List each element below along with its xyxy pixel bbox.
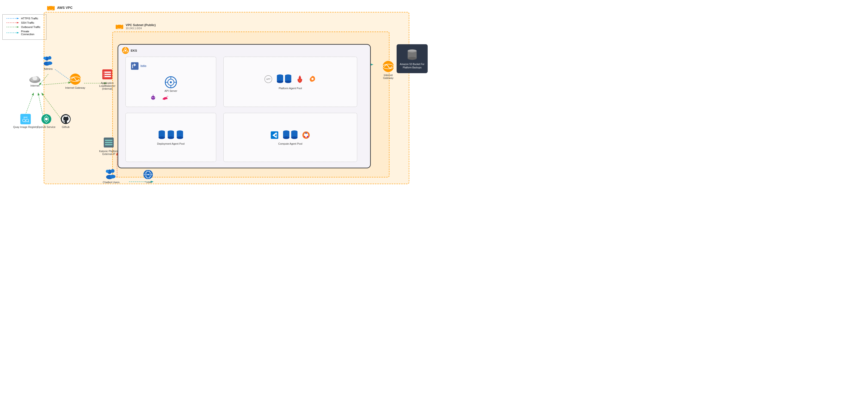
app-lb-icon <box>101 68 114 81</box>
svg-text:★: ★ <box>151 178 152 179</box>
internet-label: Internet <box>30 84 39 87</box>
svg-marker-26 <box>17 32 19 33</box>
apt-icon: APT <box>264 75 273 84</box>
s3-label: Amazon S3 Bucket For Platform Backups <box>400 63 425 69</box>
aws-vpc-box: AWS VPC VPC Subnet (Public) 10.243.1.0/2… <box>44 12 409 184</box>
svg-point-31 <box>125 50 126 51</box>
vpc-subnet-label: VPC Subnet (Public) <box>126 23 156 27</box>
svg-point-107 <box>45 118 48 120</box>
quay-icon: QUAY <box>20 114 31 125</box>
eks-label: EKS <box>131 49 137 52</box>
compute-db-icons <box>283 130 298 140</box>
svg-rect-99 <box>105 144 113 145</box>
svg-point-123 <box>408 50 417 53</box>
swirl-icon <box>308 75 316 84</box>
openai-icon <box>41 114 52 125</box>
internet-gateway-right-block: InternetGateway <box>382 60 395 79</box>
svg-point-93 <box>104 72 105 73</box>
eks-frame: EKS Istio <box>118 44 371 168</box>
vpc-subnet-box: VPC Subnet (Public) 10.243.1.0/24 EKS <box>112 32 390 177</box>
openai-block: OpenAI Service <box>37 114 56 128</box>
svg-point-50 <box>277 81 283 83</box>
svg-point-118 <box>147 174 149 175</box>
istio-label: Istio <box>141 64 147 68</box>
svg-point-42 <box>152 97 153 98</box>
svg-rect-100 <box>20 114 31 124</box>
svg-rect-27 <box>47 6 55 10</box>
katonic-external-ip-icon <box>102 136 115 149</box>
vpc-subnet-ip: 10.243.1.0/24 <box>126 27 156 30</box>
jupyter-icon <box>302 131 310 139</box>
internet-gateway-left-label: Internet Gateway <box>65 86 85 89</box>
svg-point-70 <box>291 136 298 139</box>
api-server-block: API Server <box>164 76 177 92</box>
svg-point-36 <box>170 81 172 83</box>
platform-db-icons <box>276 74 292 84</box>
bird-icon <box>161 95 169 102</box>
deployment-agent-pool-label: Deployment Agent Pool <box>157 142 185 145</box>
svg-marker-22 <box>17 22 19 24</box>
svg-point-95 <box>104 76 105 77</box>
svg-point-57 <box>159 136 165 139</box>
admins-icon <box>42 55 54 66</box>
svg-rect-92 <box>103 76 111 77</box>
aws-vpc-label: AWS VPC <box>57 6 73 9</box>
dns-icon: ★ <box>143 169 153 180</box>
svg-point-74 <box>307 136 308 137</box>
compute-agent-pool-label: Compute Agent Pool <box>278 142 303 145</box>
chatbot-users-icon <box>105 167 117 180</box>
internet-gateway-right-label: InternetGateway <box>383 73 393 79</box>
internet-block: Internet <box>29 74 41 87</box>
svg-marker-20 <box>17 18 19 19</box>
svg-rect-28 <box>116 25 123 29</box>
svg-point-75 <box>305 132 307 134</box>
platform-agent-pool-box: APT <box>223 57 357 107</box>
api-server-label: API Server <box>164 89 177 92</box>
bot-icon <box>150 95 157 102</box>
svg-point-63 <box>177 136 183 139</box>
svg-point-122 <box>408 57 417 60</box>
svg-point-79 <box>48 56 51 60</box>
deployment-db-icons <box>158 130 184 140</box>
svg-point-110 <box>111 169 115 173</box>
app-lb-label: ApplicationLoadBalancer(Internal) <box>99 82 115 90</box>
svg-text:QUAY: QUAY <box>23 116 28 118</box>
vscode-icon <box>270 131 279 139</box>
s3-box: Amazon S3 Bucket For Platform Backups <box>397 44 428 73</box>
github-icon <box>60 114 71 125</box>
svg-point-43 <box>154 97 155 98</box>
github-block: Github <box>60 114 71 128</box>
api-server-box: Istio API Server <box>125 57 216 107</box>
svg-point-86 <box>32 76 37 80</box>
svg-point-80 <box>43 57 46 60</box>
legend-item-https: HTTP/S Traffic <box>6 17 43 20</box>
svg-point-94 <box>104 74 105 75</box>
s3-block: Amazon S3 Bucket For Platform Backups <box>397 44 428 73</box>
deployment-agent-pool-box: Deployment Agent Pool <box>125 113 216 162</box>
internet-gateway-left-icon <box>69 73 82 85</box>
svg-point-54 <box>311 78 313 80</box>
diagram-container: { "legend": { "title": "Legend", "items"… <box>0 0 434 206</box>
dns-label: *.com <box>145 181 152 184</box>
aws-vpc-icon <box>46 3 55 12</box>
legend-item-ssh: SSH Traffic <box>6 21 43 24</box>
istio-icon <box>130 62 139 70</box>
internet-cloud-icon <box>29 74 41 84</box>
s3-bucket-icon <box>406 48 418 61</box>
svg-marker-24 <box>17 26 19 28</box>
compute-agent-pool-box: Compute Agent Pool <box>223 113 357 162</box>
legend-item-outbound: Outbound Traffic <box>6 26 43 28</box>
eks-icon <box>122 47 129 54</box>
admins-label: Admins <box>44 67 53 70</box>
svg-point-53 <box>285 81 291 83</box>
svg-rect-90 <box>103 71 111 73</box>
platform-agent-pool-label: Platform Agent Pool <box>279 87 302 90</box>
chatbot-users-block: Chatbot Users <box>103 167 120 184</box>
svg-point-113 <box>110 175 115 179</box>
katonic-external-ip-block: Katonic PlatformExternal IP <box>99 136 119 155</box>
katonic-external-ip-label: Katonic PlatformExternal IP <box>99 150 119 155</box>
internet-gateway-right-icon <box>382 60 395 73</box>
openai-label: OpenAI Service <box>37 125 56 128</box>
github-label: Github <box>62 125 69 128</box>
dns-block: ★ *.com <box>143 169 153 184</box>
